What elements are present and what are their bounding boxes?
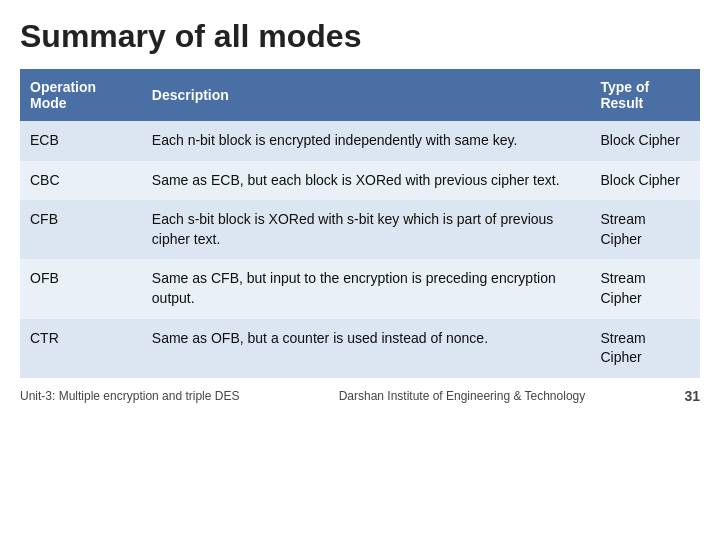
table-row: CFBEach s-bit block is XORed with s-bit … bbox=[20, 200, 700, 259]
footer-left: Unit-3: Multiple encryption and triple D… bbox=[20, 389, 239, 403]
page-title: Summary of all modes bbox=[20, 18, 700, 55]
col-header-description: Description bbox=[142, 69, 591, 121]
cell-description: Each s-bit block is XORed with s-bit key… bbox=[142, 200, 591, 259]
cell-result: Block Cipher bbox=[590, 161, 700, 201]
table-row: CBCSame as ECB, but each block is XORed … bbox=[20, 161, 700, 201]
footer-page: 31 bbox=[684, 388, 700, 404]
cell-result: Stream Cipher bbox=[590, 259, 700, 318]
cell-result: Stream Cipher bbox=[590, 319, 700, 378]
table-header-row: Operation Mode Description Type of Resul… bbox=[20, 69, 700, 121]
cell-mode: OFB bbox=[20, 259, 142, 318]
cell-description: Each n-bit block is encrypted independen… bbox=[142, 121, 591, 161]
summary-table: Operation Mode Description Type of Resul… bbox=[20, 69, 700, 378]
col-header-mode: Operation Mode bbox=[20, 69, 142, 121]
table-row: CTRSame as OFB, but a counter is used in… bbox=[20, 319, 700, 378]
cell-mode: CBC bbox=[20, 161, 142, 201]
cell-result: Stream Cipher bbox=[590, 200, 700, 259]
table-row: ECBEach n-bit block is encrypted indepen… bbox=[20, 121, 700, 161]
cell-mode: ECB bbox=[20, 121, 142, 161]
cell-description: Same as OFB, but a counter is used inste… bbox=[142, 319, 591, 378]
table-row: OFBSame as CFB, but input to the encrypt… bbox=[20, 259, 700, 318]
cell-result: Block Cipher bbox=[590, 121, 700, 161]
cell-mode: CTR bbox=[20, 319, 142, 378]
footer: Unit-3: Multiple encryption and triple D… bbox=[20, 388, 700, 404]
col-header-result: Type of Result bbox=[590, 69, 700, 121]
cell-description: Same as CFB, but input to the encryption… bbox=[142, 259, 591, 318]
cell-description: Same as ECB, but each block is XORed wit… bbox=[142, 161, 591, 201]
footer-center: Darshan Institute of Engineering & Techn… bbox=[339, 389, 586, 403]
cell-mode: CFB bbox=[20, 200, 142, 259]
